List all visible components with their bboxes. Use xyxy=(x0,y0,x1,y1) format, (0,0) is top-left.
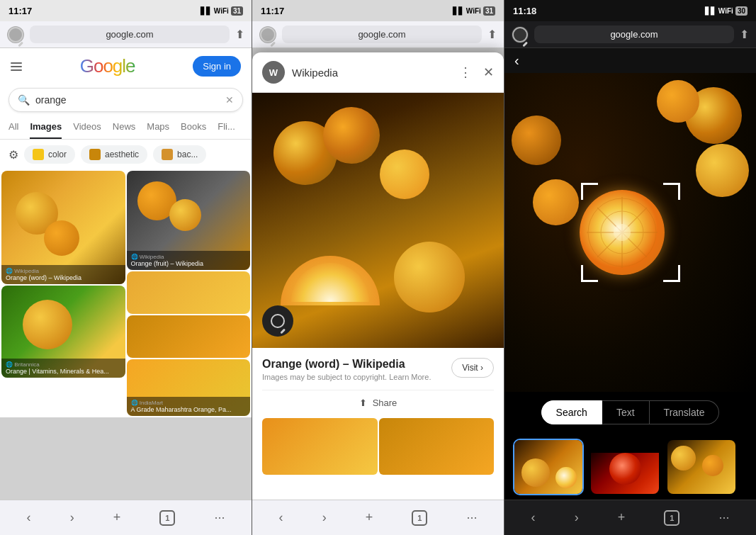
thumbnail-3[interactable] xyxy=(666,439,737,495)
filter-chip-color[interactable]: color xyxy=(24,145,75,164)
img-source-4: 🌐 IndiaMart xyxy=(131,400,247,406)
tab-videos[interactable]: Videos xyxy=(73,121,101,139)
scan-frame xyxy=(581,183,680,282)
scan-corner-tr xyxy=(663,183,680,200)
nav-add-2[interactable]: + xyxy=(366,510,373,525)
vs-orange-3 xyxy=(512,116,561,165)
nav-forward-1[interactable]: › xyxy=(70,510,74,525)
url-bar-2[interactable]: google.com xyxy=(282,26,482,43)
nav-forward-3[interactable]: › xyxy=(575,510,579,525)
img-source-1: 🌐 Wikipedia xyxy=(6,268,121,274)
thumbnail-2[interactable] xyxy=(589,439,660,495)
nav-more-3[interactable]: ··· xyxy=(718,510,729,525)
thumbnail-1[interactable] xyxy=(513,439,584,495)
nav-back-2[interactable]: ‹ xyxy=(279,510,283,525)
lens-browser-icon-3[interactable] xyxy=(512,26,529,43)
tab-flights[interactable]: Fli... xyxy=(218,121,235,139)
google-header: Google Sign in xyxy=(0,48,252,84)
thumb-orange-b xyxy=(555,467,577,488)
share-icon-3[interactable]: ⬆ xyxy=(740,28,749,41)
nav-more-1[interactable]: ··· xyxy=(214,510,225,525)
nav-forward-2[interactable]: › xyxy=(322,510,327,525)
half-orange-inner xyxy=(291,263,369,302)
half-orange xyxy=(281,256,380,305)
search-option-text[interactable]: Text xyxy=(602,400,650,424)
lens-browser-icon-2[interactable] xyxy=(259,26,276,43)
sign-in-button[interactable]: Sign in xyxy=(193,56,241,77)
wiki-thumb-1[interactable] xyxy=(262,418,378,475)
image-result-4[interactable]: 🌐 IndiaMart A Grade Maharashtra Orange, … xyxy=(127,359,251,416)
orange-vis-4 xyxy=(169,199,201,231)
scan-corner-br xyxy=(663,265,680,282)
visit-button[interactable]: Visit › xyxy=(451,358,494,378)
image-result-2c[interactable] xyxy=(127,315,251,358)
image-result-2b[interactable] xyxy=(127,271,251,314)
share-icon-2[interactable]: ⬆ xyxy=(487,28,497,41)
tab-maps[interactable]: Maps xyxy=(147,121,169,139)
tab-images[interactable]: Images xyxy=(30,121,62,139)
back-btn[interactable]: ‹ xyxy=(514,52,519,68)
share-label[interactable]: Share xyxy=(373,398,397,408)
thumb-orange-a xyxy=(521,458,550,487)
clear-icon[interactable]: ✕ xyxy=(225,94,234,106)
aesthetic-dot xyxy=(89,149,101,160)
status-icons-2: ▋▋ WiFi 31 xyxy=(453,6,495,16)
wiki-card-header: W Wikipedia ⋮ ✕ xyxy=(252,52,504,93)
vs-orange-5 xyxy=(533,179,579,225)
browser-chrome-1: google.com ⬆ xyxy=(0,21,252,48)
search-option-search[interactable]: Search xyxy=(541,400,602,424)
img-title-1: Orange (word) – Wikipedia xyxy=(6,274,121,281)
back-btn-row: ‹ xyxy=(504,48,756,73)
vs-orange-4 xyxy=(696,144,749,197)
wiki-thumb-2[interactable] xyxy=(379,418,495,475)
thumbnails-row xyxy=(504,433,756,501)
scan-corner-bl xyxy=(581,265,598,282)
visual-search-image xyxy=(504,73,756,392)
search-icon-1: 🔍 xyxy=(18,94,30,106)
share-row: ⬆ Share xyxy=(262,390,494,408)
lens-browser-icon-1[interactable] xyxy=(7,26,24,43)
image-grid: 🌐 Wikipedia Orange (word) – Wikipedia 🌐 … xyxy=(0,169,252,417)
panel-google-search: 11:17 ▋▋ WiFi 31 google.com ⬆ Google Sig… xyxy=(0,0,252,535)
nav-more-2[interactable]: ··· xyxy=(466,510,477,525)
filter-chip-bac[interactable]: bac... xyxy=(153,145,206,164)
wiki-close-icon[interactable]: ✕ xyxy=(483,64,494,80)
wiki-subtitle: Images may be subject to copyright. Lear… xyxy=(262,373,431,381)
nav-add-1[interactable]: + xyxy=(113,510,121,525)
url-bar-3[interactable]: google.com xyxy=(534,26,734,43)
wiki-body-header: Orange (word) – Wikipedia Images may be … xyxy=(262,358,494,381)
filter-icon[interactable]: ⚙ xyxy=(9,148,18,162)
big-orange-2 xyxy=(323,107,380,164)
tab-books[interactable]: Books xyxy=(181,121,206,139)
search-option-translate[interactable]: Translate xyxy=(650,400,720,424)
lens-handle xyxy=(280,328,285,333)
bottom-nav-1: ‹ › + 1 ··· xyxy=(0,500,252,535)
nav-tabs-2[interactable]: 1 xyxy=(412,510,427,526)
tab-news[interactable]: News xyxy=(113,121,136,139)
url-bar-1[interactable]: google.com xyxy=(30,26,230,43)
hamburger-icon[interactable] xyxy=(11,62,22,71)
wiki-more-icon[interactable]: ⋮ xyxy=(459,64,472,80)
image-result-1[interactable]: 🌐 Wikipedia Orange (word) – Wikipedia xyxy=(1,171,125,284)
panel-visual-search: 11:18 ▋▋ WiFi 30 google.com ⬆ ‹ xyxy=(504,0,756,535)
nav-tabs-3[interactable]: 1 xyxy=(664,510,679,526)
filter-chip-aesthetic[interactable]: aesthetic xyxy=(81,145,147,164)
nav-back-1[interactable]: ‹ xyxy=(27,510,31,525)
bottom-nav-3: ‹ › + 1 ··· xyxy=(504,500,756,535)
nav-back-3[interactable]: ‹ xyxy=(531,510,536,525)
tab-all[interactable]: All xyxy=(9,121,18,139)
nav-add-3[interactable]: + xyxy=(618,510,626,525)
thumb-img-3 xyxy=(667,440,735,494)
img-title-4: A Grade Maharashtra Orange, Pa... xyxy=(131,406,247,413)
share-icon-1[interactable]: ⬆ xyxy=(235,28,244,41)
image-result-3[interactable]: 🌐 Britannica Orange | Vitamins, Minerals… xyxy=(1,286,125,378)
wiki-card-body: Orange (word) – Wikipedia Images may be … xyxy=(252,348,504,418)
filter-row: ⚙ color aesthetic bac... xyxy=(0,140,252,169)
nav-tabs-1[interactable]: 1 xyxy=(159,510,175,526)
thumb-pile-orange-2 xyxy=(702,455,723,476)
search-bar-1[interactable]: 🔍 orange ✕ xyxy=(9,88,243,112)
image-result-2[interactable]: 🌐 Wikipedia Orange (fruit) – Wikipedia xyxy=(127,171,251,270)
lens-button[interactable] xyxy=(262,305,293,337)
wiki-text-group: Orange (word) – Wikipedia Images may be … xyxy=(262,358,431,381)
color-dot xyxy=(33,149,44,160)
